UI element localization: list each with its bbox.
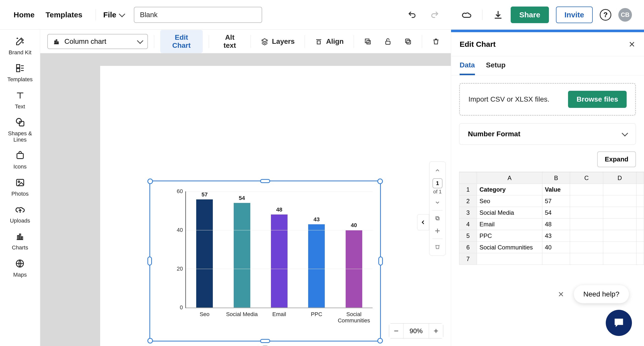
cell[interactable] [570, 195, 603, 207]
row-number[interactable]: 5 [459, 230, 477, 242]
cell[interactable] [477, 253, 542, 265]
import-dropzone[interactable]: Import CSV or XLSX files. Browse files [459, 83, 636, 116]
number-format-accordion[interactable]: Number Format [459, 123, 636, 145]
cell[interactable]: 43 [542, 230, 570, 242]
cell[interactable]: Seo [477, 195, 542, 207]
invite-button[interactable]: Invite [556, 7, 593, 23]
rail-text[interactable]: Text [15, 90, 26, 110]
delete-button[interactable] [428, 35, 444, 48]
row-number[interactable]: 4 [459, 219, 477, 230]
zoom-out-button[interactable]: − [389, 324, 403, 338]
resize-handle-tr[interactable] [377, 179, 383, 184]
rail-shapes[interactable]: Shapes & Lines [8, 117, 32, 143]
cell[interactable] [603, 253, 636, 265]
cell[interactable] [603, 230, 636, 242]
cell[interactable] [570, 184, 603, 195]
layers-button[interactable]: Layers [257, 35, 299, 48]
rail-icons[interactable]: Icons [13, 150, 27, 170]
zoom-value[interactable]: 90% [404, 327, 429, 335]
cell[interactable] [570, 253, 603, 265]
page-prev-button[interactable] [429, 164, 446, 177]
resize-handle-tl[interactable] [147, 179, 153, 184]
document-title-input[interactable] [134, 7, 262, 23]
help-bubble[interactable]: Need help? [574, 285, 629, 303]
alt-text-button[interactable]: Alt text [215, 31, 245, 52]
row-number[interactable]: 7 [459, 253, 477, 265]
tab-setup[interactable]: Setup [486, 61, 506, 75]
cell[interactable] [603, 219, 636, 230]
canvas[interactable]: 57Seo54Social Media48Email43PPC40Social … [40, 53, 451, 346]
resize-handle-mb[interactable] [260, 339, 270, 343]
cell[interactable]: PPC [477, 230, 542, 242]
cell[interactable] [603, 242, 636, 253]
cell[interactable]: 57 [542, 195, 570, 207]
cell[interactable] [570, 207, 603, 219]
row-number[interactable]: 3 [459, 207, 477, 219]
rail-charts[interactable]: Charts [12, 231, 28, 251]
row-number[interactable]: 6 [459, 242, 477, 253]
cell[interactable] [603, 184, 636, 195]
tab-data[interactable]: Data [460, 61, 475, 75]
help-button[interactable]: ? [600, 9, 611, 21]
cell[interactable] [570, 242, 603, 253]
download-button[interactable] [493, 9, 504, 20]
rail-brand-kit[interactable]: Brand Kit [9, 36, 31, 56]
panel-close-button[interactable] [628, 41, 635, 48]
cell[interactable] [570, 230, 603, 242]
cell[interactable] [603, 207, 636, 219]
redo-button[interactable] [429, 10, 440, 20]
resize-handle-bl[interactable] [147, 338, 153, 343]
edit-chart-button[interactable]: Edit Chart [160, 30, 203, 53]
cell[interactable]: Email [477, 219, 542, 230]
col-header[interactable]: B [542, 172, 570, 184]
cell[interactable]: 48 [542, 219, 570, 230]
delete-page-button[interactable] [429, 240, 446, 253]
cell[interactable]: Value [542, 184, 570, 195]
chart-type-dropdown[interactable]: Column chart [47, 34, 148, 49]
resize-handle-mt[interactable] [260, 179, 270, 183]
col-header[interactable]: C [570, 172, 603, 184]
file-menu[interactable]: File [103, 11, 125, 19]
rail-templates[interactable]: Templates [7, 63, 32, 82]
cell[interactable] [542, 253, 570, 265]
page-number[interactable]: 1 [432, 178, 442, 188]
cell[interactable] [570, 219, 603, 230]
align-button[interactable]: Align [311, 35, 348, 48]
cell[interactable]: Social Media [477, 207, 542, 219]
user-avatar[interactable]: CB [618, 8, 632, 22]
duplicate-page-button[interactable] [429, 212, 446, 225]
rail-maps[interactable]: Maps [13, 258, 27, 278]
chart-selection[interactable]: 57Seo54Social Media48Email43PPC40Social … [149, 181, 381, 341]
col-header[interactable]: A [477, 172, 542, 184]
cloud-sync-button[interactable] [461, 9, 472, 20]
add-page-button[interactable] [429, 225, 446, 237]
collapse-panel-toggle[interactable] [417, 214, 429, 230]
cell[interactable]: Social Communities [477, 242, 542, 253]
col-header[interactable]: D [603, 172, 636, 184]
cell[interactable]: 40 [542, 242, 570, 253]
undo-button[interactable] [407, 10, 417, 20]
cell[interactable]: Category [477, 184, 542, 195]
rail-uploads[interactable]: Uploads [10, 204, 30, 224]
cell[interactable] [603, 195, 636, 207]
lock-button[interactable] [380, 35, 396, 48]
data-table[interactable]: ABCD1CategoryValue2Seo573Social Media544… [459, 172, 644, 265]
zoom-in-button[interactable]: + [429, 324, 443, 338]
row-number[interactable]: 1 [459, 184, 477, 195]
page-next-button[interactable] [429, 196, 446, 209]
expand-table-button[interactable]: Expand [597, 151, 636, 167]
group-button[interactable] [360, 35, 376, 48]
chat-fab[interactable] [606, 310, 632, 336]
resize-handle-br[interactable] [377, 338, 383, 343]
share-button[interactable]: Share [511, 7, 549, 23]
cell[interactable]: 54 [542, 207, 570, 219]
row-number[interactable]: 2 [459, 195, 477, 207]
duplicate-button[interactable] [400, 35, 416, 48]
resize-handle-mr[interactable] [378, 256, 383, 266]
browse-files-button[interactable]: Browse files [568, 91, 627, 108]
nav-home[interactable]: Home [14, 11, 34, 19]
resize-handle-ml[interactable] [147, 256, 152, 266]
rail-photos[interactable]: Photos [11, 177, 29, 197]
nav-templates[interactable]: Templates [46, 11, 82, 19]
help-dismiss-button[interactable] [555, 288, 567, 300]
